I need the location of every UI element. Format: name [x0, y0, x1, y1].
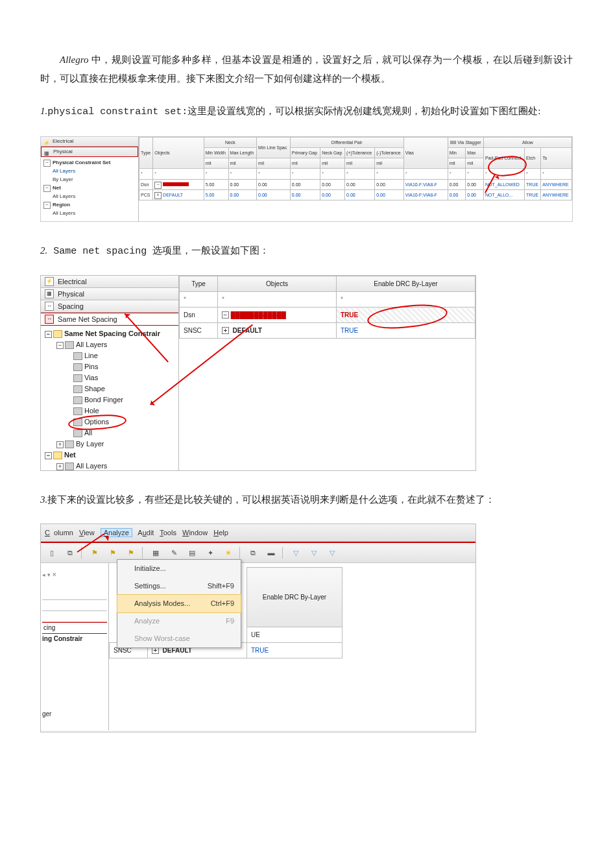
- cell-ts[interactable]: ANYWHERE: [541, 179, 572, 189]
- menu-tools[interactable]: Tools: [160, 529, 176, 536]
- tree-shape[interactable]: Shape: [42, 383, 177, 394]
- cell[interactable]: 5.00: [204, 189, 228, 200]
- col-ntol[interactable]: (-)Tolerance: [375, 147, 403, 158]
- col-enable-drc[interactable]: Enable DRC By-Layer: [247, 568, 343, 627]
- collapse-icon[interactable]: −: [43, 202, 51, 209]
- menu-bar[interactable]: Column View Analyze Audit Tools Window H…: [41, 524, 475, 542]
- sun-icon[interactable]: ☀: [221, 546, 235, 560]
- tree-vias[interactable]: Vias: [42, 372, 177, 383]
- flag-icon[interactable]: ⚑: [88, 546, 102, 560]
- star-icon[interactable]: ✦: [203, 546, 217, 560]
- cell[interactable]: 5.00: [204, 179, 228, 189]
- collapse-icon[interactable]: −: [43, 185, 51, 192]
- cell[interactable]: 0.00: [345, 179, 375, 189]
- expand-icon[interactable]: +: [56, 463, 64, 470]
- tree-bond-finger[interactable]: Bond Finger: [42, 394, 177, 405]
- cell[interactable]: 0.00: [345, 189, 375, 200]
- menu-analyze[interactable]: Analyze: [101, 528, 132, 537]
- menu-item-analysis-modes[interactable]: Analysis Modes...Ctrl+F9: [117, 594, 241, 613]
- tree-by-layer[interactable]: +By Layer: [42, 439, 177, 450]
- menu-help[interactable]: Help: [213, 529, 228, 536]
- tab-electrical[interactable]: ⚡Electrical: [41, 276, 178, 288]
- cell-objects[interactable]: − ████████████: [218, 307, 337, 323]
- cell[interactable]: 0.00: [320, 179, 345, 189]
- cell-objects[interactable]: −: [153, 179, 204, 189]
- grid-icon[interactable]: ▤: [185, 546, 199, 560]
- cell-etch[interactable]: TRUE: [525, 179, 541, 189]
- tree-sns-constraint[interactable]: −Same Net Spacing Constrair: [42, 328, 177, 339]
- cell-objects[interactable]: + DEFAULT: [218, 323, 337, 339]
- cell[interactable]: 0.00: [290, 189, 320, 200]
- frag-constrair[interactable]: ing Constrair: [42, 634, 107, 644]
- col-etch[interactable]: Etch: [525, 147, 541, 169]
- cell[interactable]: 0.00: [320, 189, 345, 200]
- col-primgap[interactable]: Primary Gap: [290, 147, 320, 158]
- filter-icon[interactable]: ▽: [307, 546, 321, 560]
- edit-icon[interactable]: ✎: [167, 546, 181, 560]
- cell-enable[interactable]: TRUE: [337, 307, 475, 323]
- fig1-tree-all-layers-3[interactable]: All Layers: [43, 209, 136, 217]
- fig1-tree-all-layers-2[interactable]: All Layers: [43, 192, 136, 200]
- cell[interactable]: 0.00: [448, 179, 466, 189]
- cell[interactable]: 0.00: [448, 189, 466, 200]
- col-maxlength[interactable]: Max Length: [228, 147, 257, 158]
- fig2-row-dsn[interactable]: Dsn − ████████████ TRUE: [180, 307, 475, 323]
- cell-etch[interactable]: TRUE: [525, 189, 541, 200]
- tree-all[interactable]: All: [42, 428, 177, 439]
- tree-options[interactable]: Options: [42, 416, 177, 428]
- cell-ts[interactable]: ANYWHERE: [541, 189, 572, 200]
- collapse-icon[interactable]: −: [45, 331, 52, 338]
- collapse-icon[interactable]: −: [43, 160, 51, 167]
- menu-item-initialize[interactable]: Initialize...: [117, 560, 241, 577]
- tab-spacing[interactable]: ↔Spacing: [41, 300, 178, 313]
- cell-true[interactable]: TRUE: [247, 643, 343, 658]
- fig1-tree-region[interactable]: −Region: [43, 200, 136, 209]
- filter-icon[interactable]: ▽: [289, 546, 303, 560]
- col-padpad[interactable]: Pad-Pad Connect: [483, 147, 524, 169]
- cell[interactable]: 0.00: [257, 179, 291, 189]
- tree-hole[interactable]: Hole: [42, 405, 177, 416]
- fig1-tree-all-layers-1[interactable]: All Layers: [43, 167, 136, 175]
- collapse-icon[interactable]: −: [56, 342, 64, 349]
- tree-pins[interactable]: Pins: [42, 361, 177, 372]
- fig1-tree-pcs[interactable]: −Physical Constraint Set: [43, 158, 136, 167]
- col-ptol[interactable]: (+)Tolerance: [345, 147, 375, 158]
- grid-icon[interactable]: ▦: [149, 546, 163, 560]
- fig2-filter-row[interactable]: ***: [180, 292, 475, 307]
- collapse-icon[interactable]: −: [45, 452, 52, 459]
- cell-objects[interactable]: + DEFAULT: [153, 189, 204, 200]
- cell[interactable]: 0.00: [375, 189, 403, 200]
- menu-window[interactable]: Window: [182, 529, 208, 536]
- tree-line[interactable]: Line: [42, 350, 177, 361]
- flag-icon[interactable]: ⚑: [106, 546, 120, 560]
- col-neckgap[interactable]: Neck Gap: [320, 147, 345, 158]
- col-enable-drc[interactable]: Enable DRC By-Layer: [337, 276, 475, 292]
- menu-audit[interactable]: Audit: [138, 529, 154, 536]
- fig1-nav-physical[interactable]: ▦ Physical: [41, 147, 138, 157]
- cell[interactable]: 0.00: [257, 189, 291, 200]
- col-minline[interactable]: Min Line Spac: [257, 137, 291, 158]
- filter-icon[interactable]: ▽: [325, 546, 339, 560]
- col-ts[interactable]: Ts: [541, 147, 572, 169]
- cell[interactable]: 0.00: [375, 179, 403, 189]
- bar-icon[interactable]: ▬: [264, 546, 278, 560]
- flag-icon[interactable]: ⚑: [124, 546, 138, 560]
- analyze-dropdown[interactable]: Initialize... Settings...Shift+F9 Analys…: [117, 559, 241, 647]
- col-vias[interactable]: Vias: [403, 137, 448, 169]
- col-minwidth[interactable]: Min Width: [204, 147, 228, 158]
- copy-icon[interactable]: ⧉: [63, 546, 77, 560]
- tab-same-net-spacing[interactable]: ↔Same Net Spacing: [41, 313, 178, 326]
- col-min[interactable]: Min: [448, 147, 466, 158]
- tree-net[interactable]: −Net: [42, 450, 177, 461]
- cell[interactable]: 0.00: [290, 179, 320, 189]
- expand-icon[interactable]: +: [56, 441, 64, 448]
- col-objects[interactable]: Objects: [218, 276, 337, 292]
- menu-column[interactable]: Column: [45, 529, 73, 536]
- cell-via[interactable]: VIA10-F:VIA8-F: [403, 189, 448, 200]
- cell[interactable]: 0.00: [228, 189, 257, 200]
- fig1-tree-net[interactable]: −Net: [43, 184, 136, 192]
- file-icon[interactable]: ▯: [45, 546, 59, 560]
- col-type[interactable]: Type: [180, 276, 218, 292]
- tree-all-layers[interactable]: −All Layers: [42, 339, 177, 350]
- col-max[interactable]: Max: [466, 147, 484, 158]
